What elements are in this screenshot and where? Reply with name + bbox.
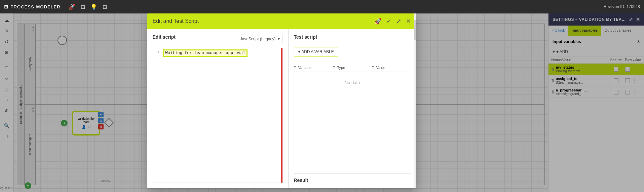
modal-overlay: Edit and Test Script 🚀 ✓ ⤢ ✕ Edit script	[0, 13, 644, 192]
col-type: ⇅ Type	[333, 65, 372, 70]
top-bar: ⊞ PROCESSMODELER 🚀 ⊞ 💡 ⊟ Revision ID: 17…	[0, 0, 644, 13]
code-editor[interactable]: 1 Waiting for team manager approval	[153, 48, 283, 183]
run-icon[interactable]: 🚀	[374, 17, 382, 25]
modal-body: Edit script JavaScript (Legacy) ▾ 1 Wait…	[147, 29, 416, 188]
edit-script-section: Edit script JavaScript (Legacy) ▾ 1 Wait…	[147, 29, 289, 188]
edit-script-modal: Edit and Test Script 🚀 ✓ ⤢ ✕ Edit script	[147, 13, 416, 188]
expand-icon[interactable]: ⤢	[396, 17, 401, 25]
no-data-label: No data	[294, 73, 411, 92]
edit-section-header: Edit script JavaScript (Legacy) ▾	[153, 34, 283, 44]
sort-icon-type: ⇅	[333, 65, 336, 70]
chevron-down-icon: ▾	[278, 37, 280, 41]
test-script-section: Test script + ADD A VARIABLE ⇅ Variable	[289, 29, 416, 188]
modal-header: Edit and Test Script 🚀 ✓ ⤢ ✕	[147, 13, 416, 29]
code-highlighted-text[interactable]: Waiting for team manager approval	[164, 50, 247, 56]
result-section: Result	[294, 173, 411, 183]
revision-id: Revision ID: 170948	[604, 4, 640, 9]
error-bar	[281, 48, 282, 183]
code-line-1: 1 Waiting for team manager approval	[153, 48, 282, 58]
language-selector[interactable]: JavaScript (Legacy) ▾	[237, 35, 282, 43]
lightbulb-icon[interactable]: 💡	[90, 4, 97, 10]
top-bar-icons: 🚀 ⊞ 💡 ⊟	[69, 4, 107, 10]
modal-close-icon[interactable]: ✕	[406, 17, 411, 25]
sort-icon-variable: ⇅	[294, 65, 297, 70]
modal-header-actions: 🚀 ✓ ⤢ ✕	[374, 17, 411, 25]
app-container: ⊞ PROCESSMODELER 🚀 ⊞ 💡 ⊟ Revision ID: 17…	[0, 0, 644, 192]
add-variable-label: + ADD A VARIABLE	[298, 49, 334, 54]
grid-icon[interactable]: ⊞	[81, 4, 85, 10]
logo-icon: ⊞	[4, 4, 8, 9]
line-number-1: 1	[153, 49, 162, 54]
col-variable-label: Variable	[298, 66, 312, 70]
test-section-title: Test script	[294, 34, 411, 40]
sort-icon-value: ⇅	[372, 65, 375, 70]
scrollbar-track[interactable]	[414, 13, 416, 188]
rocket-icon[interactable]: 🚀	[69, 4, 75, 10]
export-icon[interactable]: ⊟	[103, 4, 107, 10]
col-value: ⇅ Value	[372, 65, 411, 70]
confirm-icon[interactable]: ✓	[386, 17, 391, 25]
logo-modeler: MODELER	[36, 4, 61, 9]
code-content-1[interactable]: Waiting for team manager approval	[162, 49, 282, 57]
result-title: Result	[294, 178, 308, 183]
col-value-label: Value	[376, 66, 385, 70]
content-area: ☁ ✕ ↺ ⚙ □ ○ ◇ → ⊕ 🔍 ☽ @ 100%	[0, 13, 644, 192]
language-label: JavaScript (Legacy)	[240, 37, 275, 41]
scrollbar-thumb[interactable]	[414, 20, 416, 40]
logo-process: PROCESS	[10, 4, 34, 9]
test-table-header: ⇅ Variable ⇅ Type ⇅ Value	[294, 65, 411, 72]
col-type-label: Type	[337, 66, 345, 70]
col-variable: ⇅ Variable	[294, 65, 333, 70]
edit-section-title: Edit script	[153, 34, 176, 40]
add-variable-button[interactable]: + ADD A VARIABLE	[294, 47, 338, 56]
modal-title: Edit and Test Script	[153, 18, 199, 24]
app-logo: ⊞ PROCESSMODELER	[4, 4, 61, 9]
